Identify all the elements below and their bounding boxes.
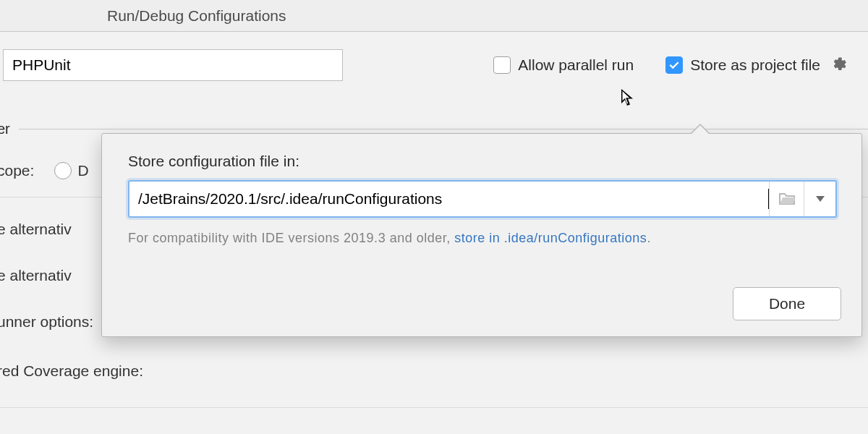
section-divider: [19, 129, 868, 129]
titlebar: Run/Debug Configurations: [0, 0, 868, 32]
main-surface: Allow parallel run Store as project file…: [0, 32, 868, 434]
hint-text-prefix: For compatibility with IDE versions 2019…: [128, 231, 454, 245]
hint-text-suffix: .: [647, 231, 651, 245]
coverage-engine-label-fragment: red Coverage engine:: [0, 362, 143, 380]
gear-icon[interactable]: [830, 56, 849, 75]
scope-option-fragment: D: [77, 162, 88, 179]
section-label-fragment: er: [0, 121, 10, 137]
alternative-label-fragment-2: e alternativ: [0, 267, 72, 284]
path-history-dropdown[interactable]: [804, 182, 835, 216]
runner-options-label-fragment: unner options:: [0, 313, 93, 331]
store-path-input[interactable]: [129, 182, 773, 216]
config-name-input[interactable]: [3, 49, 343, 81]
done-button[interactable]: Done: [733, 287, 841, 320]
store-path-field[interactable]: [128, 180, 837, 218]
alternative-label-fragment-1: e alternativ: [0, 221, 72, 238]
store-as-project-file-label: Store as project file: [690, 56, 820, 74]
mouse-cursor-icon: [620, 88, 636, 112]
done-button-label: Done: [769, 295, 805, 312]
window-title: Run/Debug Configurations: [107, 7, 286, 25]
checkbox-box: [665, 56, 683, 74]
browse-folder-button[interactable]: [769, 182, 804, 216]
allow-parallel-checkbox[interactable]: Allow parallel run: [493, 56, 634, 74]
popover-hint: For compatibility with IDE versions 2019…: [128, 231, 837, 246]
popover-title: Store configuration file in:: [128, 153, 837, 170]
scope-radio[interactable]: [54, 162, 72, 179]
checkbox-box: [493, 56, 511, 74]
popover-arrow: [690, 124, 710, 134]
allow-parallel-label: Allow parallel run: [518, 56, 634, 74]
store-as-project-file-checkbox[interactable]: Store as project file: [665, 56, 820, 74]
store-location-popover: Store configuration file in: For compati…: [101, 133, 862, 337]
scope-label-fragment: cope:: [0, 162, 34, 179]
hint-link[interactable]: store in .idea/runConfigurations: [454, 231, 647, 245]
chevron-down-icon: [816, 196, 825, 202]
